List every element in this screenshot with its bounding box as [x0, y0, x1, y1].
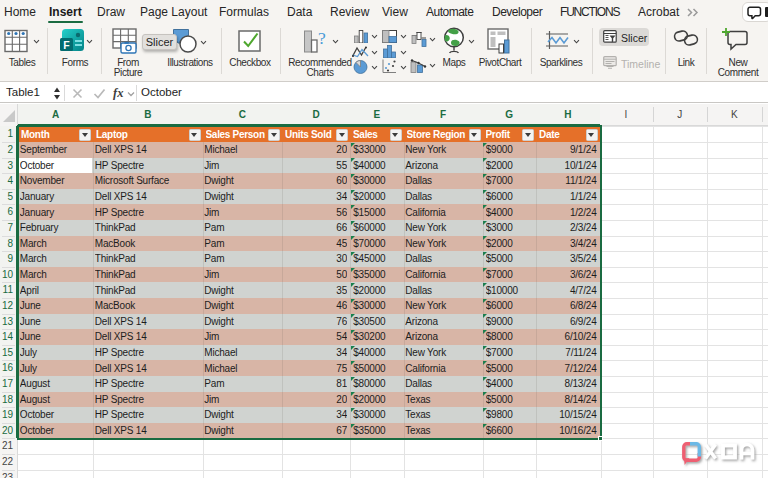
svg-text:?: ? — [318, 29, 326, 48]
svg-text:F: F — [63, 39, 70, 51]
